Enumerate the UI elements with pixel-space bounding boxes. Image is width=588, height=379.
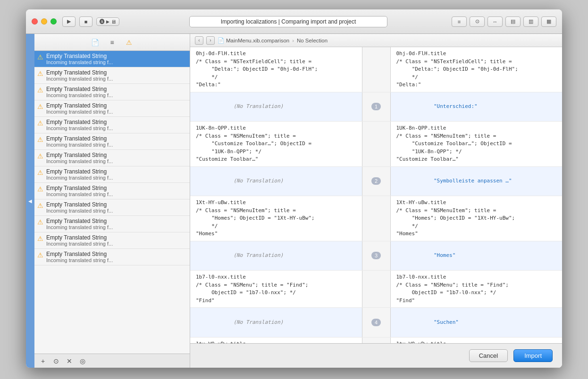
item-text: Empty Translated String Incoming transla… xyxy=(46,234,113,247)
stop-button[interactable]: ■ xyxy=(79,16,92,27)
col-left-no-translation: (No Translation) xyxy=(190,167,362,196)
item-text: Empty Translated String Incoming transla… xyxy=(46,119,113,131)
no-translation-label: (No Translation) xyxy=(233,319,283,325)
list-container[interactable]: ⚠ Empty Translated String Incoming trans… xyxy=(34,51,190,354)
list-item[interactable]: ⚠ Empty Translated String Incoming trans… xyxy=(34,150,190,166)
minimize-button[interactable] xyxy=(41,18,47,25)
warning-icon: ⚠ xyxy=(37,218,43,226)
item-title: Empty Translated String xyxy=(46,201,113,208)
list-item[interactable]: ⚠ Empty Translated String Incoming trans… xyxy=(34,133,190,150)
col-middle xyxy=(362,196,391,241)
list-item[interactable]: ⚠ Empty Translated String Incoming trans… xyxy=(34,67,190,84)
nav-forward-button[interactable]: › xyxy=(206,36,215,45)
item-title: Empty Translated String xyxy=(46,168,113,175)
circle-button[interactable]: ◎ xyxy=(78,356,87,366)
col-right-translated: "Unterschied:" xyxy=(391,92,563,122)
comparison-row: 1UK-8n-QPP.title /* Class = "NSMenuItem"… xyxy=(190,122,562,167)
comparison-row: 1b7-l0-nxx.title /* Class = "NSMenu"; ti… xyxy=(190,271,562,308)
sidebar-toggle-arrow: ◀ xyxy=(28,198,32,204)
document-icon[interactable]: 📄 xyxy=(90,38,101,47)
main-content: ◀ 📄 ≡ ⚠ ⚠ Empty Translated String Incomi… xyxy=(26,34,562,368)
comparison-area[interactable]: 0hj-0d-FlH.title /* Class = "NSTextField… xyxy=(190,47,562,343)
list-item[interactable]: ⚠ Empty Translated String Incoming trans… xyxy=(34,232,190,249)
item-subtitle: Incoming translated string f... xyxy=(46,191,113,197)
item-title: Empty Translated String xyxy=(46,218,113,224)
add-button[interactable]: + xyxy=(38,356,48,366)
toolbar-right: ≡ ⊙ ↔ ▤ ▥ ▦ xyxy=(452,16,556,27)
item-title: Empty Translated String xyxy=(46,135,113,142)
chevron-right-icon: ▶ xyxy=(106,19,109,24)
warning-icon: ⚠ xyxy=(37,119,43,127)
bottom-bar: Cancel Import xyxy=(190,343,562,368)
play-button[interactable]: ▶ xyxy=(62,16,76,27)
bottom-strip: + ⊙ ✕ ◎ xyxy=(34,354,190,368)
item-text: Empty Translated String Incoming transla… xyxy=(46,201,113,214)
cancel-button[interactable]: Cancel xyxy=(469,349,508,362)
related-items-button[interactable]: ⊙ xyxy=(470,16,485,27)
close-button[interactable] xyxy=(32,18,38,25)
item-text: Empty Translated String Incoming transla… xyxy=(46,69,113,82)
sidebar-button[interactable]: ▤ xyxy=(505,16,521,27)
item-subtitle: Incoming translated string f... xyxy=(46,241,113,247)
import-button[interactable]: Import xyxy=(513,349,553,362)
warning-icon: ⚠ xyxy=(37,103,43,110)
list-item[interactable]: ⚠ Empty Translated String Incoming trans… xyxy=(34,51,190,67)
item-subtitle: Incoming translated string f... xyxy=(46,158,113,164)
sidebar-toggle[interactable]: ◀ xyxy=(26,34,34,368)
device-icon: 🖥 xyxy=(111,19,116,25)
col-right: 1UK-8n-QPP.title /* Class = "NSMenuItem"… xyxy=(391,122,563,166)
comparison-row-highlight: (No Translation) 3 "Homes" xyxy=(190,241,562,271)
breadcrumb-selection: No Selection xyxy=(297,38,328,43)
forward-back-button[interactable]: ↔ xyxy=(487,16,503,27)
warning-icon: ⚠ xyxy=(37,152,43,160)
item-title: Empty Translated String xyxy=(46,119,113,125)
warning-icon: ⚠ xyxy=(37,185,43,193)
title-input[interactable] xyxy=(189,16,387,27)
item-text: Empty Translated String Incoming transla… xyxy=(46,102,113,115)
item-subtitle: Incoming translated string f... xyxy=(46,224,113,230)
history-button[interactable]: ⊙ xyxy=(51,356,61,366)
item-title: Empty Translated String xyxy=(46,152,113,158)
col-middle xyxy=(362,47,391,92)
list-icon[interactable]: ≡ xyxy=(107,38,118,47)
list-item[interactable]: ⚠ Empty Translated String Incoming trans… xyxy=(34,183,190,199)
list-item[interactable]: ⚠ Empty Translated String Incoming trans… xyxy=(34,117,190,133)
nav-back-button[interactable]: ‹ xyxy=(195,36,203,45)
assistant-button[interactable]: ▥ xyxy=(523,16,538,27)
comparison-row-highlight: (No Translation) 4 "Suchen" xyxy=(190,308,562,338)
col-middle-badge: 1 xyxy=(362,92,391,122)
col-right-translated: "Homes" xyxy=(391,241,563,271)
item-subtitle: Incoming translated string f... xyxy=(46,208,113,214)
col-left: 1UK-8n-QPP.title /* Class = "NSMenuItem"… xyxy=(190,122,362,166)
col-left: 0hj-0d-FlH.title /* Class = "NSTextField… xyxy=(190,47,362,92)
list-item[interactable]: ⚠ Empty Translated String Incoming trans… xyxy=(34,100,190,117)
warning-icon: ⚠ xyxy=(37,53,43,61)
badge-3: 3 xyxy=(371,252,381,259)
item-text: Empty Translated String Incoming transla… xyxy=(46,168,113,181)
app-badge: 🅐 ▶ 🖥 xyxy=(96,17,119,26)
warning-filter-icon[interactable]: ⚠ xyxy=(124,38,135,47)
col-left: 1Xt-HY-uBw.title /* Class = "NSMenuItem"… xyxy=(190,196,362,241)
col-right: 1b7-l0-nxx.title /* Class = "NSMenu"; ti… xyxy=(391,271,563,307)
list-item[interactable]: ⚠ Empty Translated String Incoming trans… xyxy=(34,249,190,265)
warning-icon: ⚠ xyxy=(37,70,43,77)
translated-value: "Suchen" xyxy=(434,319,459,325)
list-item[interactable]: ⚠ Empty Translated String Incoming trans… xyxy=(34,84,190,100)
item-subtitle: Incoming translated string f... xyxy=(46,257,113,263)
item-text: Empty Translated String Incoming transla… xyxy=(46,218,113,230)
list-item[interactable]: ⚠ Empty Translated String Incoming trans… xyxy=(34,199,190,216)
version-editor-button[interactable]: ▦ xyxy=(541,16,556,27)
item-subtitle: Incoming translated string f... xyxy=(46,76,113,82)
list-view-button[interactable]: ≡ xyxy=(452,16,467,27)
warning-icon: ⚠ xyxy=(37,235,43,242)
breadcrumb-bar: ‹ › 📄 MainMenu.xib.comparison › No Selec… xyxy=(190,34,562,47)
list-item[interactable]: ⚠ Empty Translated String Incoming trans… xyxy=(34,166,190,183)
breadcrumb-filename: MainMenu.xib.comparison xyxy=(226,38,289,43)
fullscreen-button[interactable] xyxy=(50,18,57,25)
list-item[interactable]: ⚠ Empty Translated String Incoming trans… xyxy=(34,216,190,232)
right-panel: ‹ › 📄 MainMenu.xib.comparison › No Selec… xyxy=(190,34,562,368)
item-title: Empty Translated String xyxy=(46,86,113,92)
comparison-row: 1Xt-HY-uBw.title /* Class = "NSMenuItem"… xyxy=(190,196,562,241)
comparison-row-highlight: (No Translation) 2 "Symbolleiste anpasse… xyxy=(190,167,562,197)
x-button[interactable]: ✕ xyxy=(65,356,74,366)
